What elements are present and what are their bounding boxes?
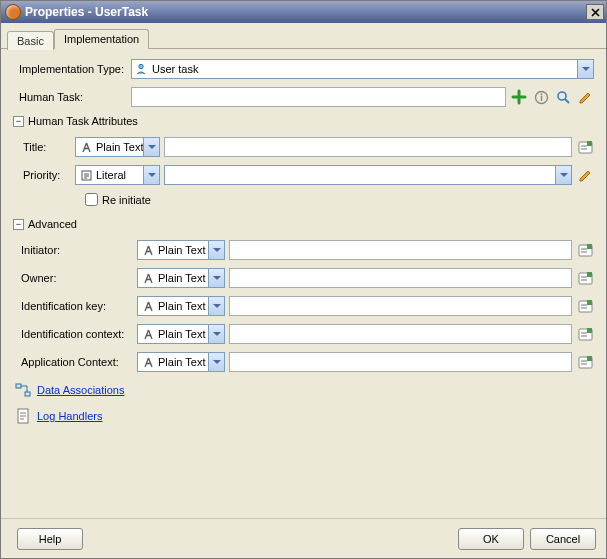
search-button[interactable] (554, 88, 572, 106)
svg-rect-16 (587, 328, 592, 333)
svg-rect-10 (587, 244, 592, 249)
expression-button[interactable] (576, 138, 594, 156)
human-task-input[interactable] (131, 87, 506, 107)
chevron-down-icon (208, 297, 224, 315)
expression-button[interactable] (576, 241, 594, 259)
svg-rect-3 (540, 96, 541, 101)
chevron-down-icon (208, 241, 224, 259)
section-title-attrs: Human Task Attributes (28, 115, 138, 127)
plus-icon (511, 89, 527, 105)
owner-type-select[interactable]: Plain Text (137, 268, 225, 288)
ident-context-input[interactable] (229, 324, 572, 344)
chevron-down-icon (208, 325, 224, 343)
user-task-icon (135, 62, 149, 76)
search-icon (556, 90, 571, 105)
row-initiator: Initiator: Plain Text (13, 240, 594, 260)
section-title-adv: Advanced (28, 218, 77, 230)
row-ident-context: Identification context: Plain Text (13, 324, 594, 344)
chevron-down-icon (208, 269, 224, 287)
row-reinitiate: Re initiate (85, 193, 594, 206)
app-context-type-select[interactable]: Plain Text (137, 352, 225, 372)
expression-icon (578, 271, 593, 286)
ident-key-type-select[interactable]: Plain Text (137, 296, 225, 316)
edit-priority-button[interactable] (576, 166, 594, 184)
svg-line-5 (565, 99, 569, 103)
svg-point-2 (540, 93, 542, 95)
ident-context-type-select[interactable]: Plain Text (137, 324, 225, 344)
pencil-icon (578, 90, 593, 105)
initiator-type-select[interactable]: Plain Text (137, 240, 225, 260)
dialog-footer: Help OK Cancel (1, 518, 606, 558)
tab-basic[interactable]: Basic (7, 31, 54, 50)
title-type-value: Plain Text (96, 141, 143, 153)
row-title: Title: Plain Text (13, 137, 594, 157)
expression-icon (578, 355, 593, 370)
info-icon (534, 90, 549, 105)
text-icon (79, 140, 93, 154)
info-button[interactable] (532, 88, 550, 106)
row-implementation-type: Implementation Type: User task (13, 59, 594, 79)
properties-dialog: Properties - UserTask Basic Implementati… (0, 0, 607, 559)
text-icon (141, 299, 155, 313)
add-button[interactable] (510, 88, 528, 106)
chevron-down-icon (143, 166, 159, 184)
owner-type-value: Plain Text (158, 272, 208, 284)
chevron-down-icon (143, 138, 159, 156)
text-icon (141, 327, 155, 341)
cancel-button[interactable]: Cancel (530, 528, 596, 550)
initiator-type-value: Plain Text (158, 244, 208, 256)
ident-key-input[interactable] (229, 296, 572, 316)
expression-button[interactable] (576, 297, 594, 315)
text-icon (141, 271, 155, 285)
svg-rect-14 (587, 300, 592, 305)
label-owner: Owner: (13, 272, 133, 284)
implementation-type-select[interactable]: User task (131, 59, 594, 79)
label-ident-key: Identification key: (13, 300, 133, 312)
close-button[interactable] (586, 4, 604, 20)
expression-button[interactable] (576, 353, 594, 371)
data-associations-link[interactable]: Data Associations (37, 384, 124, 396)
expression-icon (578, 140, 593, 155)
text-icon (141, 355, 155, 369)
label-implementation-type: Implementation Type: (13, 63, 127, 75)
svg-rect-19 (16, 384, 21, 388)
tab-content: Implementation Type: User task Human Tas… (1, 49, 606, 518)
pencil-icon (578, 168, 593, 183)
log-handlers-link[interactable]: Log Handlers (37, 410, 102, 422)
expression-button[interactable] (576, 325, 594, 343)
initiator-input[interactable] (229, 240, 572, 260)
row-human-task: Human Task: (13, 87, 594, 107)
ok-button[interactable]: OK (458, 528, 524, 550)
literal-icon (79, 168, 93, 182)
collapse-toggle-attrs[interactable]: − (13, 116, 24, 127)
row-ident-key: Identification key: Plain Text (13, 296, 594, 316)
label-initiator: Initiator: (13, 244, 133, 256)
label-human-task: Human Task: (13, 91, 127, 103)
svg-rect-12 (587, 272, 592, 277)
app-context-type-value: Plain Text (158, 356, 208, 368)
title-input[interactable] (164, 137, 572, 157)
data-assoc-icon (15, 382, 31, 398)
reinitiate-checkbox[interactable] (85, 193, 98, 206)
row-app-context: Application Context: Plain Text (13, 352, 594, 372)
label-priority: Priority: (23, 169, 71, 181)
tab-implementation[interactable]: Implementation (54, 29, 149, 49)
priority-select[interactable] (164, 165, 572, 185)
edit-button[interactable] (576, 88, 594, 106)
expression-button[interactable] (576, 269, 594, 287)
row-log-handlers: Log Handlers (15, 408, 594, 424)
svg-rect-20 (25, 392, 30, 396)
collapse-toggle-adv[interactable]: − (13, 219, 24, 230)
owner-input[interactable] (229, 268, 572, 288)
help-button[interactable]: Help (17, 528, 83, 550)
log-handlers-icon (15, 408, 31, 424)
close-icon (591, 8, 600, 17)
app-context-input[interactable] (229, 352, 572, 372)
priority-type-select[interactable]: Literal (75, 165, 160, 185)
section-human-task-attributes: − Human Task Attributes (13, 115, 594, 127)
row-owner: Owner: Plain Text (13, 268, 594, 288)
expression-icon (578, 299, 593, 314)
title-type-select[interactable]: Plain Text (75, 137, 160, 157)
chevron-down-icon (555, 166, 571, 184)
svg-rect-7 (587, 141, 592, 146)
